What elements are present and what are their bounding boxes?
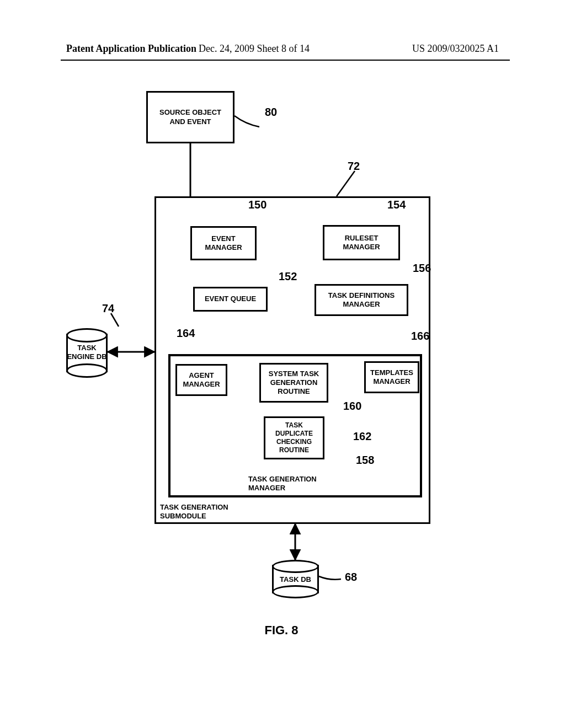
submodule-label-box: TASK GENERATION SUBMODULE — [160, 503, 254, 521]
ref-166: 166 — [411, 330, 429, 342]
figure-caption: FIG. 8 — [83, 623, 480, 638]
box-event-manager: EVENT MANAGER — [190, 226, 257, 260]
ref-74: 74 — [102, 302, 114, 315]
ref-164: 164 — [177, 327, 195, 340]
ruleset-manager-label: RULESET MANAGER — [343, 234, 380, 252]
svg-line-20 — [111, 313, 119, 326]
task-gen-mgr-label-box: TASK GENERATION MANAGER — [248, 474, 348, 493]
page: Patent Application Publication Dec. 24, … — [0, 0, 565, 728]
task-db-label: TASK DB — [272, 575, 319, 584]
box-system-task-generation-routine: SYSTEM TASK GENERATION ROUTINE — [259, 363, 328, 403]
ref-80: 80 — [265, 106, 277, 119]
box-task-definitions-manager: TASK DEFINITIONS MANAGER — [315, 284, 408, 316]
cylinder-task-engine-db: TASK ENGINE DB — [66, 328, 108, 378]
ref-154: 154 — [387, 199, 406, 211]
templates-mgr-label: TEMPLATES MANAGER — [370, 368, 413, 387]
header-left: Patent Application Publication — [66, 43, 196, 55]
event-queue-label: EVENT QUEUE — [205, 295, 256, 303]
header-rule — [61, 60, 510, 61]
box-event-queue: EVENT QUEUE — [193, 287, 268, 312]
box-task-duplicate-checking-routine: TASK DUPLICATE CHECKING ROUTINE — [264, 416, 324, 459]
sys-task-gen-label: SYSTEM TASK GENERATION ROUTINE — [269, 370, 319, 397]
box-source-object-event: SOURCE OBJECT AND EVENT — [146, 91, 234, 143]
box-agent-manager: AGENT MANAGER — [175, 364, 227, 396]
ref-162: 162 — [353, 430, 371, 443]
submodule-label: TASK GENERATION SUBMODULE — [160, 503, 228, 521]
ref-72: 72 — [348, 160, 360, 173]
header-right: US 2009/0320025 A1 — [412, 43, 499, 55]
ref-158: 158 — [356, 454, 374, 467]
task-engine-db-label: TASK ENGINE DB — [66, 344, 108, 361]
box-ruleset-manager: RULESET MANAGER — [323, 225, 400, 260]
task-def-mgr-label: TASK DEFINITIONS MANAGER — [328, 291, 395, 309]
page-header: Patent Application Publication Dec. 24, … — [0, 43, 565, 60]
task-gen-mgr-label: TASK GENERATION MANAGER — [248, 475, 317, 493]
svg-line-1 — [337, 171, 355, 196]
ref-150: 150 — [248, 199, 266, 211]
ref-68: 68 — [345, 571, 357, 584]
event-manager-label: EVENT MANAGER — [205, 234, 242, 253]
header-mid: Dec. 24, 2009 Sheet 8 of 14 — [199, 43, 310, 55]
ref-156: 156 — [413, 262, 431, 275]
diagram-canvas: SOURCE OBJECT AND EVENT 80 72 EVENT MANA… — [83, 88, 480, 629]
task-dup-label: TASK DUPLICATE CHECKING ROUTINE — [275, 421, 313, 454]
agent-mgr-label: AGENT MANAGER — [183, 371, 220, 389]
box-templates-manager: TEMPLATES MANAGER — [364, 361, 419, 393]
cylinder-task-db: TASK DB — [272, 560, 319, 598]
ref-152: 152 — [279, 270, 297, 283]
box-source-label: SOURCE OBJECT AND EVENT — [159, 108, 221, 126]
ref-160: 160 — [343, 400, 361, 413]
